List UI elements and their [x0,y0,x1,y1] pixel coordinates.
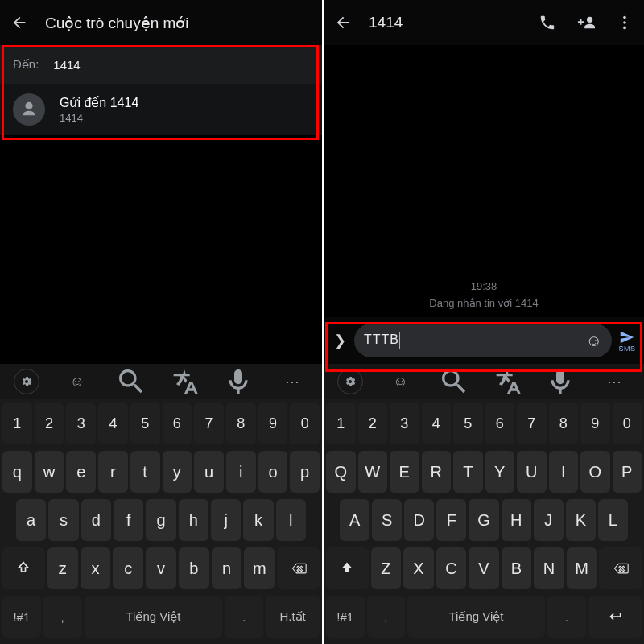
mic-icon[interactable] [544,369,576,394]
key-O[interactable]: O [580,451,610,493]
key-o[interactable]: o [258,451,288,493]
done-key[interactable]: H.tất [266,596,320,638]
key-Z[interactable]: Z [371,547,402,589]
emoji-picker-icon[interactable]: ☺ [586,332,602,350]
translate-icon[interactable] [491,369,523,394]
add-contact-icon[interactable] [575,11,597,34]
key-s[interactable]: s [48,499,78,541]
key-c[interactable]: c [113,547,143,589]
key-e[interactable]: e [66,451,96,493]
key-5[interactable]: 5 [130,402,160,444]
key-R[interactable]: R [422,451,452,493]
key-1[interactable]: 1 [2,402,32,444]
key-4[interactable]: 4 [422,402,452,444]
key-2[interactable]: 2 [358,402,388,444]
to-field-row[interactable]: Đến: 1414 [0,45,322,84]
overflow-menu-icon[interactable] [613,11,636,34]
key-y[interactable]: y [163,451,192,493]
key-Y[interactable]: Y [485,451,515,493]
back-arrow-icon[interactable] [8,11,31,34]
symbol-key[interactable]: !#1 [326,596,365,638]
translate-icon[interactable] [168,369,200,394]
key-9[interactable]: 9 [580,402,610,444]
key-M[interactable]: M [567,547,597,589]
gear-icon[interactable] [14,369,39,394]
contact-suggestion[interactable]: Gửi đến 1414 1414 [0,84,322,135]
more-icon[interactable]: ⋯ [276,369,308,394]
key-V[interactable]: V [469,547,499,589]
key-l[interactable]: l [276,499,306,541]
key-H[interactable]: H [502,499,531,541]
key-B[interactable]: B [502,547,532,589]
key-3[interactable]: 3 [390,402,419,444]
key-N[interactable]: N [534,547,564,589]
key-C[interactable]: C [436,547,467,589]
shift-key[interactable] [326,547,369,589]
key-p[interactable]: p [290,451,320,493]
key-8[interactable]: 8 [549,402,579,444]
shift-key[interactable] [2,547,45,589]
key-6[interactable]: 6 [485,402,515,444]
key-K[interactable]: K [566,499,596,541]
key-g[interactable]: g [146,499,175,541]
key-J[interactable]: J [534,499,564,541]
key-E[interactable]: E [390,451,419,493]
key-i[interactable]: i [226,451,256,493]
key-7[interactable]: 7 [517,402,547,444]
comma-key[interactable]: , [43,596,82,638]
key-m[interactable]: m [244,547,275,589]
period-key[interactable]: . [225,596,263,638]
more-icon[interactable]: ⋯ [598,369,630,394]
key-F[interactable]: F [436,499,466,541]
space-key[interactable]: Tiếng Việt [407,596,545,638]
key-j[interactable]: j [211,499,241,541]
key-r[interactable]: r [98,451,128,493]
key-A[interactable]: A [340,499,369,541]
key-U[interactable]: U [517,451,547,493]
key-T[interactable]: T [453,451,483,493]
period-key[interactable]: . [547,596,586,638]
key-6[interactable]: 6 [163,402,192,444]
expand-chevron-icon[interactable]: ❯ [332,332,348,349]
key-8[interactable]: 8 [226,402,256,444]
conversation-area[interactable] [324,45,644,280]
key-w[interactable]: w [35,451,64,493]
key-0[interactable]: 0 [613,402,642,444]
key-4[interactable]: 4 [98,402,128,444]
search-icon[interactable] [438,369,470,394]
search-icon[interactable] [115,369,147,394]
key-d[interactable]: d [81,499,111,541]
back-arrow-icon[interactable] [332,11,354,34]
key-q[interactable]: q [2,451,32,493]
key-b[interactable]: b [179,547,209,589]
key-h[interactable]: h [179,499,208,541]
key-f[interactable]: f [114,499,143,541]
mic-icon[interactable] [222,369,254,394]
key-v[interactable]: v [146,547,176,589]
enter-key[interactable] [588,596,642,638]
key-D[interactable]: D [404,499,434,541]
backspace-key[interactable] [277,547,320,589]
key-n[interactable]: n [212,547,242,589]
symbol-key[interactable]: !#1 [2,596,41,638]
key-X[interactable]: X [403,547,434,589]
key-S[interactable]: S [372,499,402,541]
key-t[interactable]: t [130,451,160,493]
key-u[interactable]: u [194,451,224,493]
key-G[interactable]: G [469,499,498,541]
comma-key[interactable]: , [367,596,406,638]
emoji-icon[interactable]: ☺ [384,369,416,394]
key-P[interactable]: P [613,451,642,493]
key-1[interactable]: 1 [326,402,356,444]
send-button[interactable]: SMS [618,328,636,353]
key-Q[interactable]: Q [326,451,356,493]
space-key[interactable]: Tiếng Việt [85,596,223,638]
key-k[interactable]: k [243,499,273,541]
key-9[interactable]: 9 [258,402,288,444]
key-a[interactable]: a [16,499,46,541]
key-I[interactable]: I [549,451,579,493]
emoji-icon[interactable]: ☺ [61,369,93,394]
key-W[interactable]: W [358,451,388,493]
key-0[interactable]: 0 [290,402,320,444]
key-3[interactable]: 3 [66,402,96,444]
